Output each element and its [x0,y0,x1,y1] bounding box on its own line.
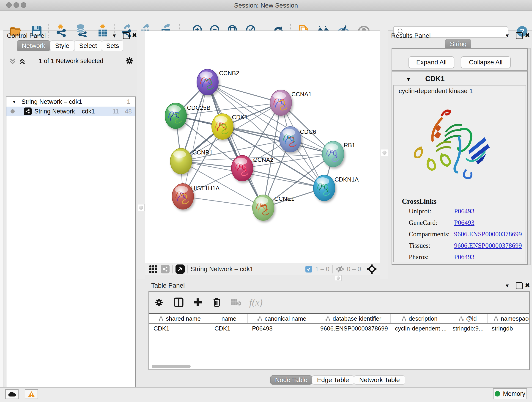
table-cell[interactable]: stringdb [488,325,529,332]
results-panel-maximize-icon[interactable] [516,32,523,39]
network-node-CCNA2[interactable] [231,155,253,181]
memory-status-icon [495,391,500,396]
tab-string[interactable]: String [445,39,471,49]
entry-body: cyclin-dependent kinase 1 [393,85,526,262]
crosslink-label: Pharos: [409,253,454,261]
memory-button[interactable]: Memory [493,388,527,399]
entry-gene-name: CDK1 [425,75,444,83]
table-row[interactable]: CDK1CDK1P064939606.ENSP00000378699cyclin… [149,324,529,333]
tab-select[interactable]: Select [74,40,102,51]
results-entry-box: ▼ CDK1 cyclin-dependent kinase 1 [392,71,528,265]
add-column-icon[interactable] [193,298,203,307]
warning-button[interactable] [25,389,38,399]
results-scrollbar[interactable] [528,48,531,265]
column-header-sharedname[interactable]: shared name [149,314,210,323]
tab-network-table[interactable]: Network Table [354,375,405,385]
node-label-CDC25B: CDC25B [187,104,210,111]
network-node-CDC6[interactable] [279,127,301,152]
network-list: ▼ String Network – cdk1 1 String Network… [6,96,136,402]
tab-node-table[interactable]: Node Table [270,375,312,385]
crosslink-value-link[interactable]: P06493 [454,207,475,215]
column-header-canonicalname[interactable]: canonical name [248,314,316,323]
network-node-RB1[interactable] [322,141,344,167]
network-edge-CCNA2-CDKN1A[interactable] [242,168,324,188]
node-label-RB1: RB1 [344,142,355,148]
network-node-CCNA1[interactable] [270,90,292,115]
network-collection-count: 1 [127,98,130,105]
crosslink-row: GeneCard:P06493 [409,219,523,226]
tree-expander-icon[interactable]: ▼ [12,99,17,104]
right-splitter-handle[interactable] [381,149,388,156]
window-left-edge [0,31,3,387]
network-node-CDC25B[interactable] [165,103,186,128]
left-splitter-handle[interactable] [138,204,145,211]
table-cell[interactable]: CDK1 [210,325,248,332]
column-header-databaseidentifier[interactable]: database identifier [316,314,391,323]
birdseye-view-icon[interactable] [176,264,185,274]
table-cell[interactable]: stringdb:9... [448,325,488,332]
results-panel-float-icon[interactable]: ▼ [505,33,510,39]
column-header-name[interactable]: name [210,314,248,323]
network-row-selected[interactable]: String Network – cdk1 11 48 [6,107,135,116]
table-container: f(x) shared namenamecanonical namedataba… [148,291,530,370]
grid-view-icon[interactable] [149,265,158,273]
network-node-CCNE1[interactable] [253,195,274,220]
table-cell[interactable]: CDK1 [149,325,210,332]
network-node-CCNB2[interactable] [197,69,218,95]
column-header-id[interactable]: @id [448,314,488,323]
crosslink-value-link[interactable]: 9606.ENSP00000378699 [454,230,522,238]
fit-selected-crosshair-icon[interactable] [367,264,377,274]
string-network-icon [24,108,32,115]
tab-style[interactable]: Style [50,40,74,51]
network-node-CCNB1[interactable] [170,148,192,174]
network-node-HIST1H1A[interactable] [172,184,194,209]
results-panel-close-icon[interactable]: ✖ [525,32,530,39]
table-cell[interactable]: 9606.ENSP00000378699 [316,325,391,332]
control-panel: Control Panel ▼ ✖ Network Style Select S… [0,31,145,387]
crosslinks-list: Uniprot:P06493GeneCard:P06493Compartment… [409,207,523,265]
cloud-button[interactable] [5,389,19,399]
table-horizontal-scrollbar[interactable] [152,365,191,368]
hidden-eye-icon[interactable] [336,265,345,273]
share-view-icon[interactable] [161,265,170,274]
table-panel-close-icon[interactable]: ✖ [525,282,530,289]
network-edge-HIST1H1A-CCNE1[interactable] [183,196,263,208]
table-cell[interactable]: cyclin-dependent ... [391,325,448,332]
network-node-count: 11 [113,108,119,115]
network-canvas[interactable]: CCNB2CCNA1CDC25BCDK1CDC6RB1CCNB1CCNA2CDK… [145,31,380,263]
table-panel-float-icon[interactable]: ▼ [505,283,510,289]
tab-network[interactable]: Network [17,40,50,51]
network-collection-row[interactable]: ▼ String Network – cdk1 1 [6,97,135,107]
statusbar-separator [172,265,173,274]
control-panel-close-icon[interactable]: ✖ [132,32,137,39]
network-edge-CCNB2-HIST1H1A[interactable] [183,82,208,196]
selected-count: 1 – 0 [315,265,329,273]
table-cell[interactable]: P06493 [248,325,316,332]
collapse-all-button[interactable]: Collapse All [461,56,511,68]
network-node-CDK1[interactable] [212,114,233,139]
string-network-graph[interactable]: CCNB2CCNA1CDC25BCDK1CDC6RB1CCNB1CCNA2CDK… [145,31,380,263]
select-columns-icon[interactable] [174,297,184,307]
node-label-CDC6: CDC6 [300,128,316,135]
column-header-namespace[interactable]: namespace [488,314,529,323]
network-node-CDKN1A[interactable] [313,175,335,201]
tab-sets[interactable]: Sets [102,40,123,51]
table-panel-maximize-icon[interactable] [516,282,523,289]
crosslink-value-link[interactable]: 9606.ENSP00000378699 [454,242,522,249]
network-options-gear-icon[interactable] [125,56,134,65]
control-panel-maximize-icon[interactable] [123,32,130,39]
entry-collapse-icon[interactable]: ▼ [406,76,411,83]
selected-checkbox-icon[interactable] [305,266,312,273]
left-splitter[interactable] [137,31,145,279]
tab-edge-table[interactable]: Edge Table [312,375,354,385]
crosslink-value-link[interactable]: P06493 [454,253,475,261]
column-header-description[interactable]: description [391,314,448,323]
crosslink-value-link[interactable]: P06493 [454,219,475,226]
expand-all-button[interactable]: Expand All [409,56,454,68]
control-panel-float-icon[interactable]: ▼ [112,33,117,39]
title-bar: Session: New Session [0,0,532,11]
expand-all-icon[interactable] [18,57,26,65]
table-gear-icon[interactable] [154,298,164,307]
collapse-all-icon[interactable] [9,57,17,65]
delete-column-icon[interactable] [212,297,221,307]
